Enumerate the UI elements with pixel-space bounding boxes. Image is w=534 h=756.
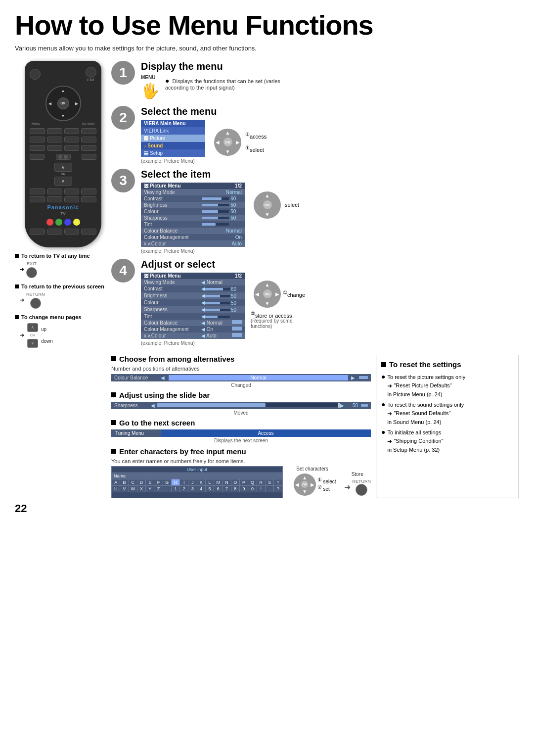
remote-btn-14[interactable] bbox=[47, 189, 62, 194]
viera-menu: VIERA Main Menu VIERA Link Picture ♪ Sou… bbox=[141, 120, 205, 157]
exit-mini-btn[interactable] bbox=[26, 267, 37, 278]
step2-dpad-left: ◀ bbox=[216, 140, 220, 145]
step3-table: 🖼 Picture Menu 1/2 Viewing ModeNormal Co… bbox=[141, 183, 245, 247]
ch-label: CH bbox=[61, 173, 65, 176]
remote-btn-11[interactable] bbox=[64, 145, 80, 151]
step3-select-label: select bbox=[285, 202, 299, 208]
choose-alternatives-heading: Choose from among alternatives bbox=[111, 355, 371, 363]
color-btn-red[interactable] bbox=[46, 219, 53, 226]
free-input-dpad-ok[interactable]: OK bbox=[301, 481, 308, 488]
name-row: Name bbox=[112, 472, 283, 479]
below-remote-controls: To return to TV at any time ➜ EXIT bbox=[15, 252, 111, 348]
remote-top-right-btn[interactable] bbox=[86, 67, 96, 78]
next-screen-heading: Go to the next screen bbox=[111, 419, 371, 427]
menu-label: MENU bbox=[32, 122, 41, 125]
exit-label: EXIT bbox=[87, 78, 95, 82]
step2-access-select: ②access ①select bbox=[245, 129, 267, 156]
step3-title: Select the item bbox=[141, 169, 519, 180]
return-store-label: RETURN bbox=[353, 479, 371, 484]
viera-setup-item: Setup bbox=[141, 149, 205, 157]
color-btn-blue[interactable] bbox=[64, 219, 71, 226]
return-label: RETURN bbox=[82, 122, 94, 125]
change-pages-heading: To change menu pages bbox=[21, 314, 81, 321]
remote-btn-9[interactable] bbox=[30, 145, 45, 151]
step3-dpad[interactable]: ▲ ▼ OK bbox=[254, 191, 281, 219]
free-input-heading: Enter characters by free input menu bbox=[111, 447, 371, 456]
step3-dpad-ok[interactable]: OK bbox=[263, 200, 272, 209]
remote-btn-22[interactable] bbox=[47, 229, 62, 235]
free-input-dpad[interactable]: ▲ ▼ ◀ ▶ OK bbox=[294, 473, 316, 496]
step2-dpad[interactable]: ▲ ▼ ◀ ▶ OK bbox=[214, 129, 241, 156]
ch-down-mini-btn[interactable]: ∨ bbox=[27, 339, 38, 348]
remote-btn-5[interactable] bbox=[30, 137, 45, 142]
step2-dpad-right: ▶ bbox=[236, 140, 240, 145]
next-screen-desc: Displays the next screen bbox=[111, 438, 371, 443]
step4-store-sub: (Required by some functions) bbox=[251, 318, 310, 329]
dpad-down-arrow: ▼ bbox=[61, 114, 65, 118]
remote-special-btn-mid[interactable] bbox=[56, 154, 71, 160]
remote-btn-21[interactable] bbox=[30, 229, 45, 235]
remote-btn-4[interactable] bbox=[81, 128, 96, 134]
reset-bullet-1: ● To reset the picture settings only ➜ "… bbox=[381, 373, 514, 398]
tuning-row: Tuning Menu Access bbox=[111, 429, 371, 437]
page-subtitle: Various menus allow you to make settings… bbox=[15, 45, 519, 52]
step4-example: (example: Picture Menu) bbox=[141, 340, 245, 346]
ch-down-btn[interactable]: ∨ bbox=[54, 177, 72, 186]
step1-desc: ● Displays the functions that can be set… bbox=[165, 77, 304, 91]
viera-main-menu-item: VIERA Main Menu bbox=[141, 120, 205, 127]
step2-dpad-ok[interactable]: OK bbox=[223, 138, 232, 146]
user-input-header: User input bbox=[112, 466, 283, 472]
return-mini-btn[interactable] bbox=[30, 298, 41, 309]
return-store-btn[interactable] bbox=[356, 484, 367, 496]
dpad-left-arrow: ◀ bbox=[48, 101, 51, 105]
set-characters-label: Set characters bbox=[296, 466, 328, 472]
remote-btn-16[interactable] bbox=[81, 189, 96, 194]
remote-special-btn-right[interactable] bbox=[82, 154, 96, 160]
step4-dpad[interactable]: ▲ ▼ ◀ ▶ OK bbox=[254, 281, 281, 308]
step4-store-label: store or access bbox=[255, 312, 292, 318]
remote-btn-2[interactable] bbox=[47, 128, 62, 134]
remote-btn-3[interactable] bbox=[64, 128, 80, 134]
changed-label: Changed bbox=[111, 382, 371, 388]
step3-dpad-up: ▲ bbox=[265, 193, 270, 198]
remote-special-btn-left[interactable] bbox=[30, 154, 44, 160]
remote-btn-10[interactable] bbox=[47, 145, 62, 151]
color-btn-green[interactable] bbox=[55, 219, 62, 226]
remote-btn-15[interactable] bbox=[64, 189, 80, 194]
return-tv-heading: To return to TV at any time bbox=[21, 252, 90, 260]
remote-btn-24[interactable] bbox=[81, 229, 96, 235]
remote-btn-17[interactable] bbox=[30, 196, 45, 202]
store-label: Store bbox=[352, 472, 363, 477]
remote-btn-12[interactable] bbox=[81, 145, 96, 151]
remote-btn-23[interactable] bbox=[64, 229, 80, 235]
step3-number: 3 bbox=[111, 169, 135, 192]
remote-btn-20[interactable] bbox=[81, 196, 96, 202]
step4-dpad-down: ▼ bbox=[265, 301, 270, 306]
step2-content: Select the menu VIERA Main Menu VIERA Li… bbox=[141, 106, 519, 164]
ch-up-mini-btn[interactable]: ∧ bbox=[27, 323, 38, 332]
remote-dpad[interactable]: ▲ ▼ ◀ ▶ OK bbox=[45, 86, 81, 121]
remote-btn-8[interactable] bbox=[81, 137, 96, 142]
step4-dpad-ok[interactable]: OK bbox=[263, 289, 272, 298]
return-prev-arrow: ➜ bbox=[20, 296, 24, 304]
remote-btn-7[interactable] bbox=[64, 137, 80, 142]
remote-btn-19[interactable] bbox=[64, 196, 80, 202]
step3-dpad-down: ▼ bbox=[265, 212, 270, 217]
remote-btn-13[interactable] bbox=[30, 189, 45, 194]
remote-top-left-btn[interactable] bbox=[30, 69, 41, 80]
color-btn-yellow[interactable] bbox=[73, 219, 80, 226]
dpad-ok-btn[interactable]: OK bbox=[57, 97, 69, 109]
store-arrow: ➜ bbox=[344, 482, 351, 492]
tuning-access-btn[interactable]: Access bbox=[161, 429, 371, 437]
remote-control: EXIT ▲ ▼ ◀ ▶ OK MENU RETURN bbox=[25, 61, 101, 247]
step4-dpad-left: ◀ bbox=[255, 291, 259, 297]
ch-up-btn[interactable]: ∧ bbox=[54, 163, 72, 172]
moved-label: Moved bbox=[111, 410, 371, 416]
reset-bullet-3: ● To initialize all settings ➜ "Shipping… bbox=[381, 428, 514, 454]
step2-dpad-down: ▼ bbox=[225, 149, 230, 154]
remote-btn-1[interactable] bbox=[30, 128, 45, 134]
free-input-select-label: select bbox=[323, 479, 336, 484]
remote-btn-6[interactable] bbox=[47, 137, 62, 142]
free-input-dpad-up: ▲ bbox=[302, 475, 307, 480]
remote-btn-18[interactable] bbox=[47, 196, 62, 202]
